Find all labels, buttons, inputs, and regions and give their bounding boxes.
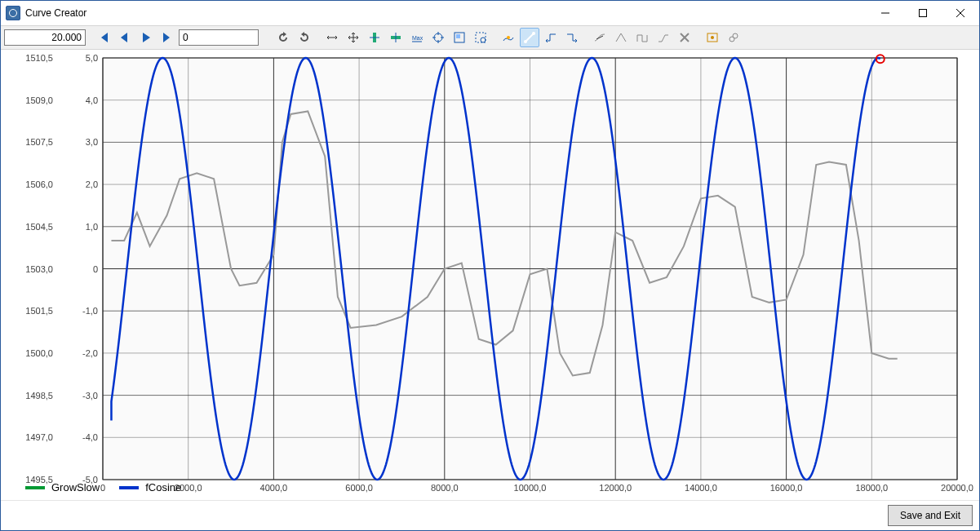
svg-text:-1,0: -1,0 — [82, 306, 98, 316]
undo-icon[interactable] — [295, 28, 314, 47]
legend-item-fcosine[interactable]: fCosine — [119, 481, 181, 493]
svg-text:16000,0: 16000,0 — [770, 483, 803, 493]
zoom-fit-icon[interactable]: Max — [407, 28, 427, 47]
svg-text:20000,0: 20000,0 — [941, 483, 973, 493]
move-free-icon[interactable] — [344, 28, 363, 47]
close-button[interactable] — [942, 1, 979, 25]
refresh-icon[interactable] — [273, 28, 293, 47]
legend: GrowSlowfCosine — [25, 481, 181, 493]
window-title: Curve Creator — [25, 7, 867, 19]
zoom-y-icon[interactable] — [365, 28, 384, 47]
svg-text:12000,0: 12000,0 — [599, 483, 632, 493]
svg-text:-2,0: -2,0 — [82, 348, 98, 358]
footer: Save and Exit — [1, 500, 979, 530]
svg-text:1504,5: 1504,5 — [25, 222, 53, 232]
target-icon[interactable] — [428, 28, 448, 47]
move-h-icon[interactable] — [322, 28, 342, 47]
svg-text:1500,0: 1500,0 — [25, 348, 53, 358]
svg-text:1503,0: 1503,0 — [25, 264, 53, 274]
svg-text:Max: Max — [412, 35, 423, 41]
svg-text:3,0: 3,0 — [86, 137, 98, 147]
svg-point-18 — [733, 33, 738, 38]
legend-item-growslow[interactable]: GrowSlow — [25, 481, 100, 493]
legend-label: GrowSlow — [51, 481, 100, 493]
svg-text:4,0: 4,0 — [86, 95, 98, 105]
maximize-button[interactable] — [904, 1, 942, 25]
delete-icon[interactable] — [675, 28, 694, 47]
peak-icon[interactable] — [611, 28, 631, 47]
play-icon[interactable] — [136, 28, 156, 47]
time-input[interactable] — [4, 29, 86, 46]
step-prev-icon[interactable] — [541, 28, 561, 47]
app-icon — [6, 6, 20, 20]
svg-text:14000,0: 14000,0 — [685, 483, 717, 493]
legend-label: fCosine — [145, 481, 181, 493]
svg-text:1501,5: 1501,5 — [25, 306, 53, 316]
svg-point-16 — [711, 36, 714, 39]
toolbar: 0Max — [1, 26, 979, 50]
zoom-window-icon[interactable] — [450, 28, 469, 47]
svg-text:1507,5: 1507,5 — [25, 137, 53, 147]
svg-text:18000,0: 18000,0 — [855, 483, 888, 493]
svg-point-13 — [524, 40, 527, 43]
svg-rect-9 — [456, 34, 460, 38]
svg-text:2,0: 2,0 — [86, 179, 98, 189]
legend-swatch — [25, 486, 45, 489]
svg-text:10000,0: 10000,0 — [514, 483, 547, 493]
first-icon[interactable] — [94, 28, 113, 47]
svg-text:0: 0 — [93, 264, 98, 274]
zoom-region-icon[interactable] — [471, 28, 490, 47]
svg-text:1497,0: 1497,0 — [25, 432, 53, 442]
svg-text:1498,5: 1498,5 — [25, 391, 53, 400]
line-tool-icon[interactable] — [520, 28, 539, 47]
svg-text:-4,0: -4,0 — [82, 432, 98, 442]
settings-icon[interactable] — [703, 28, 722, 47]
square-icon[interactable] — [632, 28, 652, 47]
svg-text:4000,0: 4000,0 — [260, 483, 288, 493]
edit-curve-icon[interactable] — [499, 28, 518, 47]
minimize-button[interactable] — [867, 1, 904, 25]
link-icon[interactable] — [724, 28, 743, 47]
chart-canvas[interactable]: 02000,04000,06000,08000,010000,012000,01… — [1, 50, 978, 502]
svg-text:5,0: 5,0 — [86, 53, 98, 63]
svg-text:6000,0: 6000,0 — [345, 483, 373, 493]
zoom-x-icon[interactable] — [386, 28, 406, 47]
svg-point-14 — [532, 32, 535, 35]
last-icon[interactable] — [157, 28, 177, 47]
chart-area[interactable]: 02000,04000,06000,08000,010000,012000,01… — [1, 50, 979, 500]
step-next-icon[interactable] — [562, 28, 582, 47]
svg-point-11 — [481, 38, 486, 42]
tangent-icon[interactable] — [590, 28, 610, 47]
legend-swatch — [119, 486, 139, 489]
svg-rect-1 — [920, 10, 927, 17]
svg-point-12 — [507, 36, 510, 39]
prev-icon[interactable] — [115, 28, 135, 47]
svg-text:1509,0: 1509,0 — [25, 95, 53, 105]
svg-text:-3,0: -3,0 — [82, 391, 98, 400]
svg-text:1,0: 1,0 — [86, 222, 98, 232]
app-window: Curve Creator 0Max 02000,04000,06000,080… — [0, 0, 980, 531]
svg-text:8000,0: 8000,0 — [431, 483, 459, 493]
frame-slider[interactable]: 0 — [179, 29, 259, 46]
svg-text:1506,0: 1506,0 — [25, 179, 53, 189]
ramp-icon[interactable] — [654, 28, 673, 47]
svg-text:1510,5: 1510,5 — [25, 53, 53, 63]
save-and-exit-button[interactable]: Save and Exit — [888, 505, 973, 526]
titlebar: Curve Creator — [1, 1, 979, 26]
